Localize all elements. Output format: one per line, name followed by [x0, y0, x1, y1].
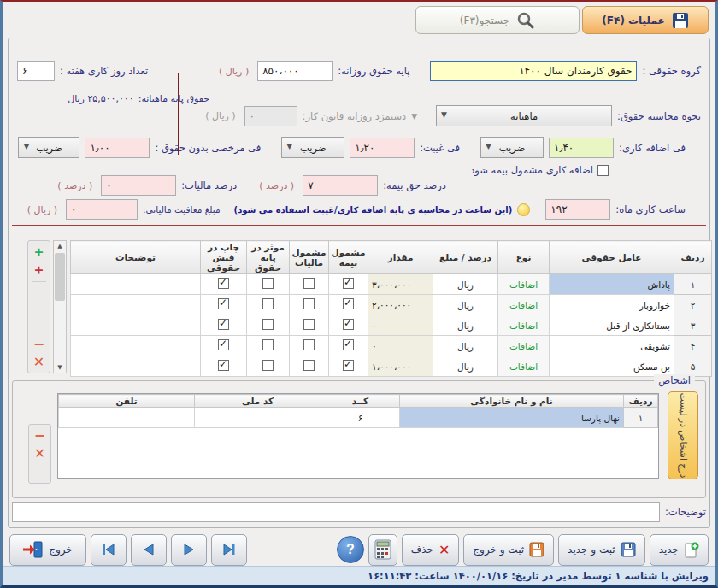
base-checkbox[interactable]: [262, 319, 274, 330]
overtime-insurance-checkbox[interactable]: [597, 165, 609, 176]
insurance-checkbox[interactable]: [343, 319, 354, 330]
notes-input[interactable]: [12, 502, 660, 522]
tax-checkbox[interactable]: [303, 298, 315, 309]
factors-table: ردیف عامل حقوقی نوع درصد / مبلغ مقدار مش…: [70, 240, 712, 377]
overtime-rate-input[interactable]: [549, 138, 614, 158]
tax-checkbox[interactable]: [303, 360, 315, 371]
row-salary-group: گروه حقوقی : پایه حقوق روزانه: ( ریال ) …: [17, 61, 701, 81]
tax-exempt-input[interactable]: [66, 199, 138, 220]
minus-icon: −: [33, 336, 44, 352]
save-new-button-label: ثبت و جدید: [568, 544, 615, 556]
nav-previous-button[interactable]: [131, 534, 167, 566]
table-row[interactable]: ۳ بستانکاری از قبل اضافات ریال ۰: [71, 315, 712, 336]
list-item[interactable]: ۱ نهال پارسا ۶: [59, 408, 658, 428]
tax-exempt-unit: ( ریال ): [27, 204, 57, 215]
print-checkbox[interactable]: [218, 339, 229, 350]
unpaid-leave-unit-select[interactable]: ضریب ▼: [18, 137, 79, 158]
delete-factor-button[interactable]: ✕: [30, 353, 48, 371]
remove-factor-button[interactable]: −: [30, 335, 48, 353]
remove-person-button[interactable]: −: [31, 426, 49, 444]
base-checkbox[interactable]: [262, 360, 274, 371]
nav-first-button[interactable]: [91, 534, 127, 566]
exit-button-label: خروج: [49, 544, 73, 556]
week-days-label: تعداد روز کاری هفته :: [60, 65, 148, 77]
monthly-base-value: ۲۵,۵۰۰,۰۰۰ ریال: [68, 93, 133, 104]
new-button[interactable]: جدید: [650, 534, 709, 566]
print-checkbox[interactable]: [218, 360, 229, 371]
month-hours-label: ساعت کاری ماه:: [615, 203, 686, 215]
table-row[interactable]: ۲ خواروبار اضافات ریال ۲،۰۰۰،۰۰۰: [71, 295, 712, 315]
month-hours-input[interactable]: [545, 199, 610, 220]
col-code: کــد: [321, 395, 400, 408]
toolbar: جدید ثبت و جدید ثبت و خروج ✕ حذف: [9, 532, 709, 567]
scroll-down-icon[interactable]: ▼: [57, 362, 62, 373]
help-button[interactable]: ?: [337, 536, 364, 563]
delete-x-icon: ✕: [438, 542, 450, 558]
unpaid-leave-unit-value: ضریب: [36, 142, 62, 154]
add-factor-alt-button[interactable]: ＋: [30, 261, 48, 279]
save-exit-button-label: ثبت و خروج: [473, 544, 524, 556]
col-notes: توضیحات: [71, 241, 201, 274]
tax-checkbox[interactable]: [303, 319, 315, 330]
overtime-unit-select[interactable]: ضریب ▼: [480, 137, 544, 158]
status-text: ویرایش با شناسه ۱ توسط مدیر در تاریخ: ۱۴…: [368, 570, 709, 582]
table-row[interactable]: ۴ تشویقی اضافات ریال ۰: [71, 336, 712, 356]
unpaid-leave-rate-input[interactable]: [85, 138, 150, 158]
insurance-pct-input[interactable]: [303, 175, 378, 196]
save-new-button[interactable]: ثبت و جدید: [558, 534, 645, 566]
add-factor-button[interactable]: ＋: [30, 243, 48, 261]
delete-person-button[interactable]: ✕: [31, 444, 49, 462]
calculator-button[interactable]: [368, 534, 397, 566]
insurance-checkbox[interactable]: [343, 339, 354, 350]
tax-pct-input[interactable]: [101, 175, 176, 196]
tax-checkbox[interactable]: [303, 278, 315, 289]
insurance-checkbox[interactable]: [343, 360, 354, 371]
print-checkbox[interactable]: [218, 298, 229, 309]
insert-persons-button[interactable]: درج اشخاص در لیست: [668, 391, 698, 479]
col-insurance: مشمول بیمه: [329, 241, 368, 274]
absence-unit-select[interactable]: ضریب ▼: [281, 137, 344, 158]
chevron-down-icon: ▼: [441, 110, 447, 119]
tab-operations[interactable]: عملیات (F۴): [582, 6, 709, 34]
nav-next-button[interactable]: [171, 534, 207, 566]
lightbulb-icon: [517, 203, 530, 216]
calc-method-select[interactable]: ماهیانه ▼: [436, 105, 612, 126]
first-record-icon: [102, 543, 115, 556]
insurance-checkbox[interactable]: [343, 278, 354, 289]
absence-rate-input[interactable]: [350, 138, 415, 158]
save-exit-button[interactable]: ثبت و خروج: [463, 534, 554, 566]
tab-search[interactable]: جستجو(F۳): [415, 6, 580, 34]
table-row[interactable]: ۵ بن مسکن اضافات ریال ۱،۰۰۰،۰۰۰: [71, 356, 712, 377]
week-days-input[interactable]: [17, 61, 55, 81]
payroll-group-window: عملیات (F۴) جستجو(F۳) گروه حقوقی : پایه …: [0, 0, 718, 588]
daily-base-label: پایه حقوق روزانه:: [338, 65, 409, 77]
scrollbar-thumb[interactable]: [55, 253, 65, 301]
tax-checkbox[interactable]: [303, 339, 315, 350]
persons-table: ردیف نام و نام خانوادگی کــد کد ملی تلفن…: [58, 394, 658, 428]
base-checkbox[interactable]: [262, 298, 274, 309]
col-factor: عامل حقوقی: [550, 241, 674, 274]
print-checkbox[interactable]: [218, 278, 229, 289]
base-checkbox[interactable]: [262, 339, 274, 350]
scroll-up-icon[interactable]: ▲: [57, 241, 62, 251]
nav-last-button[interactable]: [211, 534, 247, 566]
exit-button[interactable]: خروج: [9, 534, 86, 566]
print-checkbox[interactable]: [218, 319, 229, 330]
next-record-icon: [182, 543, 196, 556]
calculator-icon: [374, 539, 391, 560]
salary-group-input[interactable]: [430, 61, 637, 81]
col-amount: مقدار: [368, 241, 433, 274]
x-icon: ✕: [34, 445, 45, 462]
absence-rate-label: فی غیبت:: [420, 142, 460, 154]
tabstrip: عملیات (F۴) جستجو(F۳): [415, 6, 709, 34]
insurance-checkbox[interactable]: [343, 298, 354, 309]
delete-button[interactable]: ✕ حذف: [402, 534, 460, 566]
base-checkbox[interactable]: [262, 278, 274, 289]
search-icon: [516, 11, 535, 30]
table-row[interactable]: ۱ پاداش اضافات ریال ۳،۰۰۰،۰۰۰: [71, 274, 712, 295]
col-national-id: کد ملی: [195, 395, 321, 408]
daily-base-input[interactable]: [257, 61, 333, 81]
daily-base-unit: ( ریال ): [219, 66, 249, 77]
persons-groupbox: اشخاص درج اشخاص در لیست − ✕ ردیف نام و ن…: [12, 380, 706, 498]
factors-scrollbar[interactable]: ▲ ▼: [53, 240, 67, 373]
